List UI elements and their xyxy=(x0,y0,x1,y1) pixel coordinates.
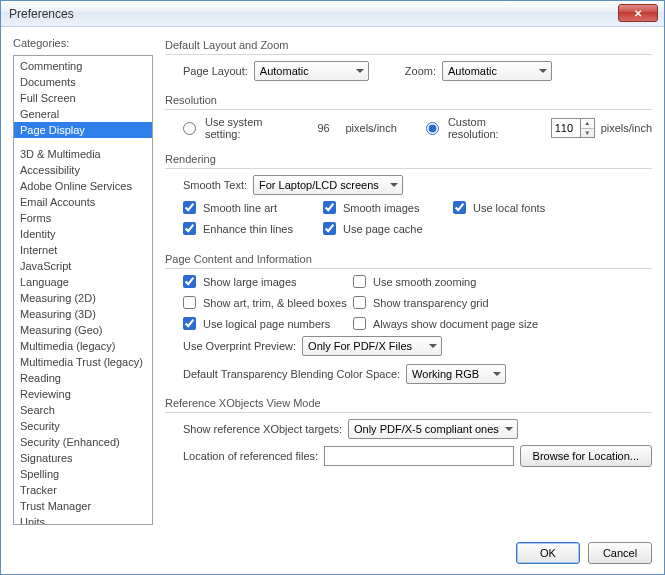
resolution-unit-2: pixels/inch xyxy=(601,122,652,134)
local-fonts-checkbox[interactable]: Use local fonts xyxy=(453,201,603,214)
cancel-button[interactable]: Cancel xyxy=(588,542,652,564)
group-title-content: Page Content and Information xyxy=(165,251,652,268)
smooth-images-checkbox[interactable]: Smooth images xyxy=(323,201,453,214)
page-layout-select[interactable]: Automatic xyxy=(254,61,369,81)
resolution-unit-1: pixels/inch xyxy=(346,122,397,134)
sidebar-item-3d-multimedia[interactable]: 3D & Multimedia xyxy=(14,146,152,162)
system-resolution-radio[interactable] xyxy=(183,122,196,135)
blend-select[interactable]: Working RGB xyxy=(406,364,506,384)
xobject-targets-label: Show reference XObject targets: xyxy=(183,423,342,435)
categories-list[interactable]: CommentingDocumentsFull ScreenGeneralPag… xyxy=(13,55,153,525)
sidebar-item-tracker[interactable]: Tracker xyxy=(14,482,152,498)
logical-page-checkbox[interactable]: Use logical page numbers xyxy=(183,317,353,330)
sidebar-item-trust-manager[interactable]: Trust Manager xyxy=(14,498,152,514)
page-layout-label: Page Layout: xyxy=(183,65,248,77)
sidebar-item-reviewing[interactable]: Reviewing xyxy=(14,386,152,402)
main-panel: Default Layout and Zoom Page Layout: Aut… xyxy=(165,37,652,528)
system-resolution-label: Use system setting: xyxy=(205,116,296,140)
sidebar-item-language[interactable]: Language xyxy=(14,274,152,290)
window-title: Preferences xyxy=(9,7,74,21)
sidebar-item-search[interactable]: Search xyxy=(14,402,152,418)
sidebar-item-multimedia-legacy-[interactable]: Multimedia (legacy) xyxy=(14,338,152,354)
sidebar-item-security[interactable]: Security xyxy=(14,418,152,434)
zoom-select[interactable]: Automatic xyxy=(442,61,552,81)
sidebar-item-email-accounts[interactable]: Email Accounts xyxy=(14,194,152,210)
doc-page-size-checkbox[interactable]: Always show document page size xyxy=(353,317,573,330)
zoom-label: Zoom: xyxy=(405,65,436,77)
smooth-zoom-checkbox[interactable]: Use smooth zooming xyxy=(353,275,573,288)
custom-resolution-radio[interactable] xyxy=(426,122,439,135)
sidebar-item-page-display[interactable]: Page Display xyxy=(14,122,152,138)
sidebar-item-identity[interactable]: Identity xyxy=(14,226,152,242)
group-title-rendering: Rendering xyxy=(165,151,652,168)
spinner-down-icon[interactable]: ▼ xyxy=(581,129,594,138)
sidebar-item-measuring-2d-[interactable]: Measuring (2D) xyxy=(14,290,152,306)
page-cache-checkbox[interactable]: Use page cache xyxy=(323,222,453,235)
sidebar-item-security-enhanced-[interactable]: Security (Enhanced) xyxy=(14,434,152,450)
custom-resolution-label: Custom resolution: xyxy=(448,116,535,140)
group-rendering: Rendering Smooth Text: For Laptop/LCD sc… xyxy=(165,151,652,243)
large-images-checkbox[interactable]: Show large images xyxy=(183,275,353,288)
group-title-resolution: Resolution xyxy=(165,92,652,109)
bleed-boxes-checkbox[interactable]: Show art, trim, & bleed boxes xyxy=(183,296,353,309)
sidebar-item-reading[interactable]: Reading xyxy=(14,370,152,386)
enhance-thin-checkbox[interactable]: Enhance thin lines xyxy=(183,222,323,235)
preferences-dialog: Preferences ✕ Categories: CommentingDocu… xyxy=(0,0,665,575)
blend-label: Default Transparency Blending Color Spac… xyxy=(183,368,400,380)
close-icon: ✕ xyxy=(634,8,642,19)
sidebar-item-documents[interactable]: Documents xyxy=(14,74,152,90)
location-input[interactable] xyxy=(324,446,513,466)
group-content: Page Content and Information Show large … xyxy=(165,251,652,387)
sidebar-item-javascript[interactable]: JavaScript xyxy=(14,258,152,274)
overprint-select[interactable]: Only For PDF/X Files xyxy=(302,336,442,356)
sidebar-item-full-screen[interactable]: Full Screen xyxy=(14,90,152,106)
sidebar: Categories: CommentingDocumentsFull Scre… xyxy=(13,37,153,528)
sidebar-item-signatures[interactable]: Signatures xyxy=(14,450,152,466)
dialog-footer: OK Cancel xyxy=(1,536,664,574)
smooth-text-select[interactable]: For Laptop/LCD screens xyxy=(253,175,403,195)
xobject-targets-select[interactable]: Only PDF/X-5 compliant ones xyxy=(348,419,518,439)
smooth-text-label: Smooth Text: xyxy=(183,179,247,191)
sidebar-item-adobe-online-services[interactable]: Adobe Online Services xyxy=(14,178,152,194)
sidebar-item-forms[interactable]: Forms xyxy=(14,210,152,226)
sidebar-item-spelling[interactable]: Spelling xyxy=(14,466,152,482)
group-title-layoutzoom: Default Layout and Zoom xyxy=(165,37,652,54)
sidebar-item-general[interactable]: General xyxy=(14,106,152,122)
spinner-up-icon[interactable]: ▲ xyxy=(581,119,594,129)
sidebar-item-commenting[interactable]: Commenting xyxy=(14,58,152,74)
overprint-label: Use Overprint Preview: xyxy=(183,340,296,352)
smooth-line-art-checkbox[interactable]: Smooth line art xyxy=(183,201,323,214)
sidebar-item-units[interactable]: Units xyxy=(14,514,152,525)
group-xobjects: Reference XObjects View Mode Show refere… xyxy=(165,395,652,470)
sidebar-item-accessibility[interactable]: Accessibility xyxy=(14,162,152,178)
sidebar-item-multimedia-trust-legacy-[interactable]: Multimedia Trust (legacy) xyxy=(14,354,152,370)
location-label: Location of referenced files: xyxy=(183,450,318,462)
system-resolution-value: 96 xyxy=(317,122,329,134)
group-resolution: Resolution Use system setting: 96 pixels… xyxy=(165,92,652,143)
transparency-grid-checkbox[interactable]: Show transparency grid xyxy=(353,296,573,309)
group-layout-zoom: Default Layout and Zoom Page Layout: Aut… xyxy=(165,37,652,84)
ok-button[interactable]: OK xyxy=(516,542,580,564)
titlebar: Preferences ✕ xyxy=(1,1,664,27)
categories-label: Categories: xyxy=(13,37,153,51)
browse-location-button[interactable]: Browse for Location... xyxy=(520,445,652,467)
sidebar-item-internet[interactable]: Internet xyxy=(14,242,152,258)
sidebar-item-measuring-geo-[interactable]: Measuring (Geo) xyxy=(14,322,152,338)
custom-resolution-input[interactable] xyxy=(551,118,581,138)
sidebar-item-measuring-3d-[interactable]: Measuring (3D) xyxy=(14,306,152,322)
custom-resolution-spinner[interactable]: ▲ ▼ xyxy=(551,118,595,138)
close-button[interactable]: ✕ xyxy=(618,4,658,22)
group-title-xobjects: Reference XObjects View Mode xyxy=(165,395,652,412)
